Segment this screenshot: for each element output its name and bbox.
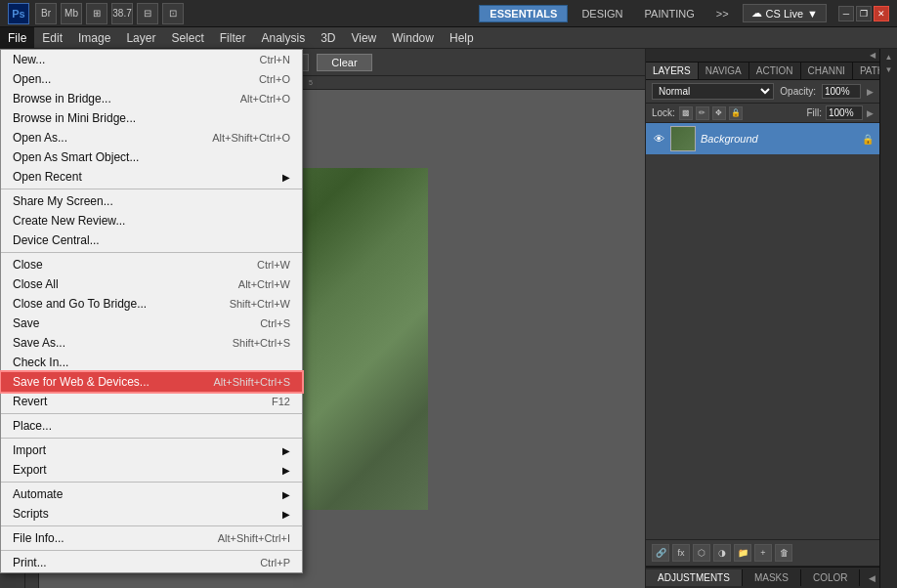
- menu-browse-mini-bridge[interactable]: Browse in Mini Bridge...: [1, 108, 302, 128]
- menu-close-go-to-bridge[interactable]: Close and Go To Bridge... Shift+Ctrl+W: [1, 294, 302, 314]
- tab-actions[interactable]: ACTION: [749, 63, 801, 79]
- title-bar: Ps Br Mb ⊞ 38.7 ⊟ ⊡ ESSENTIALS DESIGN PA…: [0, 0, 897, 27]
- menu-bar: File Edit Image Layer Select Filter Anal…: [0, 27, 897, 49]
- tab-layers[interactable]: LAYERS: [646, 63, 699, 79]
- arrange-icon-btn[interactable]: ⊟: [137, 3, 158, 24]
- layer-thumb-image: [671, 127, 695, 150]
- lock-label: Lock:: [652, 107, 675, 118]
- menu-file-info[interactable]: File Info... Alt+Shift+Ctrl+I: [1, 528, 302, 548]
- restore-button[interactable]: ❐: [856, 6, 872, 21]
- menu-save-as[interactable]: Save As... Shift+Ctrl+S: [1, 333, 302, 353]
- right-panel: ◀ LAYERS NAVIGA ACTION CHANNI PATHS HIST…: [645, 49, 879, 588]
- menu-help[interactable]: Help: [442, 27, 482, 48]
- layer-visibility-eye[interactable]: 👁: [652, 132, 665, 146]
- menu-scripts[interactable]: Scripts ▶: [1, 504, 302, 524]
- menu-analysis[interactable]: Analysis: [253, 27, 313, 48]
- separator-2: [1, 252, 302, 253]
- menu-export[interactable]: Export ▶: [1, 460, 302, 480]
- right-edge-panel: ▲ ▼: [879, 49, 897, 588]
- minib-icon-btn[interactable]: Mb: [61, 3, 82, 24]
- tab-adjustments[interactable]: ADJUSTMENTS: [646, 569, 743, 586]
- blend-mode-select[interactable]: Normal Multiply Screen: [652, 83, 774, 100]
- zoom-display[interactable]: 38.7: [111, 3, 133, 24]
- menu-save[interactable]: Save Ctrl+S: [1, 314, 302, 333]
- menu-close[interactable]: Close Ctrl+W: [1, 255, 302, 274]
- menu-window[interactable]: Window: [384, 27, 442, 48]
- design-button[interactable]: DESIGN: [574, 6, 630, 21]
- menu-revert[interactable]: Revert F12: [1, 392, 302, 411]
- menu-file[interactable]: File: [0, 27, 34, 48]
- view-icon-btn[interactable]: ⊞: [86, 3, 107, 24]
- lock-all-btn[interactable]: 🔒: [729, 106, 743, 120]
- new-layer-btn[interactable]: +: [754, 544, 772, 562]
- edge-up-btn[interactable]: ▲: [885, 53, 893, 62]
- opacity-input[interactable]: [822, 84, 861, 99]
- menu-open-smart-object[interactable]: Open As Smart Object...: [1, 147, 302, 167]
- menu-new[interactable]: New... Ctrl+N: [1, 50, 302, 69]
- menu-3d[interactable]: 3D: [313, 27, 343, 48]
- menu-open[interactable]: Open... Ctrl+O: [1, 69, 302, 89]
- group-layers-btn[interactable]: 📁: [734, 544, 751, 562]
- menu-print[interactable]: Print... Ctrl+P: [1, 553, 302, 572]
- panel-collapse-btn[interactable]: ◀: [870, 51, 876, 60]
- more-workspaces-button[interactable]: >>: [708, 6, 737, 21]
- lock-icons: ▩ ✏ ✥ 🔒: [679, 106, 743, 120]
- lock-pixels-btn[interactable]: ✏: [696, 106, 709, 120]
- menu-share-screen[interactable]: Share My Screen...: [1, 191, 302, 211]
- dropdown-menu-container: New... Ctrl+N Open... Ctrl+O Browse in B…: [0, 49, 303, 573]
- opacity-label: Opacity:: [780, 86, 816, 97]
- bottom-panel-collapse[interactable]: ◀: [865, 570, 879, 586]
- lock-position-btn[interactable]: ✥: [712, 106, 726, 120]
- separator-6: [1, 525, 302, 526]
- tab-color[interactable]: COLOR: [801, 569, 861, 586]
- menu-select[interactable]: Select: [163, 27, 211, 48]
- menu-place[interactable]: Place...: [1, 416, 302, 436]
- clear-button[interactable]: Clear: [317, 54, 371, 71]
- menu-create-review[interactable]: Create New Review...: [1, 211, 302, 231]
- bridge-icon-btn[interactable]: Br: [35, 3, 57, 24]
- blend-mode-row: Normal Multiply Screen Opacity: ▶: [646, 80, 879, 104]
- export-arrow: ▶: [282, 465, 290, 476]
- fill-label: Fill:: [806, 107, 822, 118]
- lock-transparency-btn[interactable]: ▩: [679, 106, 693, 120]
- tab-channels[interactable]: CHANNI: [801, 63, 853, 79]
- tab-navigator[interactable]: NAVIGA: [699, 63, 749, 79]
- essentials-button[interactable]: ESSENTIALS: [479, 5, 568, 22]
- menu-view[interactable]: View: [343, 27, 384, 48]
- tab-masks[interactable]: MASKS: [743, 569, 801, 586]
- menu-import[interactable]: Import ▶: [1, 441, 302, 460]
- opacity-arrow[interactable]: ▶: [867, 87, 874, 97]
- file-dropdown-menu: New... Ctrl+N Open... Ctrl+O Browse in B…: [0, 49, 303, 573]
- menu-layer[interactable]: Layer: [118, 27, 163, 48]
- background-layer[interactable]: 👁 Background 🔒: [646, 123, 879, 154]
- link-layers-btn[interactable]: 🔗: [652, 544, 669, 562]
- edge-down-btn[interactable]: ▼: [885, 65, 893, 74]
- layer-fx-btn[interactable]: fx: [672, 544, 690, 562]
- cslive-arrow: ▼: [807, 8, 818, 20]
- adjustment-layer-btn[interactable]: ◑: [713, 544, 731, 562]
- title-icons: Br Mb ⊞ 38.7 ⊟ ⊡: [35, 3, 184, 24]
- fill-arrow[interactable]: ▶: [867, 108, 874, 118]
- menu-check-in[interactable]: Check In...: [1, 353, 302, 372]
- delete-layer-btn[interactable]: 🗑: [775, 544, 792, 562]
- menu-image[interactable]: Image: [70, 27, 118, 48]
- menu-open-recent[interactable]: Open Recent ▶: [1, 167, 302, 187]
- painting-button[interactable]: PAINTING: [637, 6, 703, 21]
- fill-input[interactable]: [826, 105, 863, 120]
- separator-7: [1, 550, 302, 551]
- menu-save-for-web[interactable]: Save for Web & Devices... Alt+Shift+Ctrl…: [1, 372, 302, 392]
- close-button[interactable]: ✕: [874, 6, 889, 21]
- screen-icon-btn[interactable]: ⊡: [162, 3, 184, 24]
- layer-mask-btn[interactable]: ⬡: [693, 544, 710, 562]
- layer-name: Background: [701, 133, 758, 145]
- menu-device-central[interactable]: Device Central...: [1, 231, 302, 250]
- menu-automate[interactable]: Automate ▶: [1, 484, 302, 504]
- menu-open-as[interactable]: Open As... Alt+Shift+Ctrl+O: [1, 128, 302, 147]
- minimize-button[interactable]: ─: [838, 6, 854, 21]
- menu-close-all[interactable]: Close All Alt+Ctrl+W: [1, 274, 302, 294]
- menu-edit[interactable]: Edit: [34, 27, 70, 48]
- cslive-button[interactable]: ☁ CS Live ▼: [743, 4, 827, 22]
- window-controls: ─ ❐ ✕: [838, 6, 889, 21]
- menu-browse-bridge[interactable]: Browse in Bridge... Alt+Ctrl+O: [1, 89, 302, 108]
- menu-filter[interactable]: Filter: [212, 27, 254, 48]
